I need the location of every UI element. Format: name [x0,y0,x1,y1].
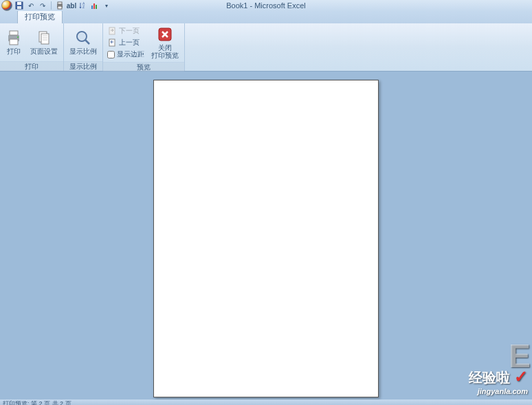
page-preview[interactable] [153,80,379,397]
svg-rect-9 [93,3,95,9]
close-preview-button[interactable]: 关闭打印预览 [148,25,181,61]
zoom-group-label: 显示比例 [64,61,102,71]
watermark-bg-letter: E [509,337,531,375]
ribbon-group-print: 打印 页面设置 打印 [0,23,64,71]
show-margins-input[interactable] [107,51,115,58]
svg-rect-2 [17,6,21,9]
svg-rect-24 [109,39,115,46]
watermark-url: jingyanla.com [469,387,528,395]
watermark: E 经验啦 ✓ jingyanla.com [469,367,528,395]
show-margins-checkbox[interactable]: 显示边距 [106,49,146,60]
svg-rect-4 [58,2,62,4]
close-icon [157,26,173,43]
page-setup-icon [36,30,52,46]
print-label: 打印 [7,47,21,55]
show-margins-label: 显示边距 [117,50,144,59]
title-bar: ↶ ↷ abl AZ ▾ Book1 - Microsoft Excel [0,0,532,11]
svg-line-21 [85,40,89,44]
prev-page-icon [107,38,117,47]
ribbon: 打印 页面设置 打印 显示比例 显示比例 [0,23,532,72]
status-bar: 打印预览: 第 2 页 共 2 页 [0,399,532,405]
svg-rect-23 [109,28,115,34]
close-label: 关闭打印预览 [151,44,179,59]
svg-rect-1 [17,2,21,5]
window-title: Book1 - Microsoft Excel [226,1,306,10]
svg-rect-8 [91,6,93,9]
undo-icon[interactable]: ↶ [26,1,36,10]
watermark-text: 经验啦 [469,370,510,385]
svg-rect-16 [41,34,49,44]
ribbon-group-zoom: 显示比例 显示比例 [64,23,103,71]
print-qat-icon[interactable] [55,1,65,10]
svg-point-22 [78,33,85,40]
next-page-button: 下一页 [106,25,146,36]
page-setup-button[interactable]: 页面设置 [27,28,60,56]
office-button[interactable] [1,0,12,11]
preview-group-label: 预览 [103,62,184,72]
preview-area [0,72,532,399]
prev-page-label: 上一页 [119,38,140,47]
ribbon-group-preview: 下一页 上一页 显示边距 关闭打印预览 [103,23,185,71]
chart-qat-icon[interactable] [90,1,100,10]
next-page-icon [107,26,117,36]
next-page-label: 下一页 [119,26,140,36]
zoom-label: 显示比例 [69,47,97,55]
svg-rect-13 [10,39,18,45]
svg-rect-10 [96,5,97,9]
prev-page-button[interactable]: 上一页 [106,37,146,48]
tab-print-preview[interactable]: 打印预览 [17,10,63,23]
qat-separator [51,1,52,10]
status-text: 打印预览: 第 2 页 共 2 页 [3,400,71,405]
page-setup-label: 页面设置 [30,47,58,55]
qat-dropdown-icon[interactable]: ▾ [102,1,111,10]
print-button[interactable]: 打印 [3,28,25,56]
print-group-label: 打印 [0,61,63,71]
redo-icon[interactable]: ↷ [38,1,47,10]
svg-rect-5 [58,6,62,9]
quick-access-toolbar: ↶ ↷ abl AZ ▾ [0,0,111,11]
save-icon[interactable] [14,1,24,10]
ribbon-tabs: 打印预览 [0,11,532,23]
svg-rect-12 [10,31,18,35]
magnifier-icon [75,30,91,46]
sort-qat-icon[interactable]: AZ [78,1,88,10]
svg-point-14 [17,36,19,38]
zoom-button[interactable]: 显示比例 [67,28,100,56]
printer-icon [5,30,22,46]
text-qat-icon[interactable]: abl [67,1,76,10]
svg-text:Z: Z [82,5,85,9]
